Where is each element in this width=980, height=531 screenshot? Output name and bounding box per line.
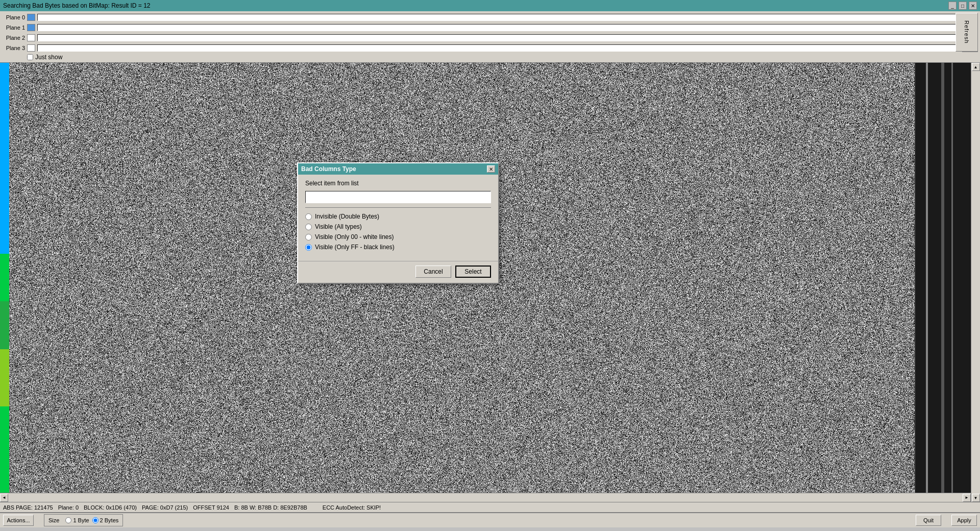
- plane-1-row: Plane 1 XOR: [2, 23, 978, 32]
- status-bytes: B: 8B W: B78B D: 8E92B78B: [234, 504, 307, 511]
- option-visible-00-row: Visible (Only 00 - white lines): [305, 233, 491, 240]
- just-show-row: Just show: [27, 54, 978, 61]
- size-1byte-label: 1 Byte: [73, 517, 89, 523]
- strip-green2: [0, 301, 9, 349]
- toolbar: Plane 0 XOR Plane 1 XOR Plane 2 XOR Plan…: [0, 11, 980, 63]
- status-plane: Plane: 0: [58, 504, 79, 511]
- plane-2-row: Plane 2 XOR: [2, 33, 978, 42]
- scroll-right-arrow[interactable]: ►: [963, 494, 971, 502]
- actions-button[interactable]: Actions...: [3, 515, 34, 526]
- plane-1-label: Plane 1: [2, 25, 25, 31]
- strip-green: [0, 254, 9, 301]
- size-2bytes-option: 2 Bytes: [92, 517, 119, 523]
- plane-3-color: [27, 44, 35, 52]
- just-show-checkbox[interactable]: [27, 54, 33, 60]
- left-color-strips: [0, 63, 9, 502]
- maximize-button[interactable]: □: [959, 2, 967, 10]
- apply-button[interactable]: Apply: [951, 515, 977, 526]
- size-1byte-radio[interactable]: [65, 517, 71, 523]
- option-visible-ff-row: Visible (Only FF - black lines): [305, 244, 491, 251]
- option-invisible-row: Invisible (Double Bytes): [305, 213, 491, 220]
- status-abs-page: ABS PAGE: 121475: [3, 504, 53, 511]
- plane-2-bar: [37, 34, 960, 41]
- plane-2-color: [27, 34, 35, 41]
- plane-1-color: [27, 24, 35, 31]
- plane-3-bar: [37, 44, 960, 52]
- strip-yellow-green: [0, 349, 9, 378]
- option-visible-ff-radio[interactable]: [305, 244, 312, 251]
- status-page: PAGE: 0xD7 (215): [142, 504, 188, 511]
- status-bar: ABS PAGE: 121475 Plane: 0 BLOCK: 0x1D6 (…: [0, 502, 980, 512]
- option-invisible-label: Invisible (Double Bytes): [315, 213, 379, 220]
- option-visible-all-row: Visible (All types): [305, 223, 491, 230]
- option-visible-00-radio[interactable]: [305, 234, 312, 240]
- dialog-titlebar: Bad Columns Type ✕: [298, 163, 498, 175]
- dialog-list-area: [305, 191, 491, 203]
- plane-3-label: Plane 3: [2, 45, 25, 51]
- right-dark-area: [915, 63, 971, 502]
- size-group: Size 1 Byte 2 Bytes: [44, 514, 123, 526]
- plane-0-label: Plane 0: [2, 14, 25, 20]
- just-show-label: Just show: [35, 54, 62, 61]
- title-controls: _ □ ✕: [948, 2, 977, 10]
- strip-green3: [0, 406, 9, 502]
- option-visible-all-label: Visible (All types): [315, 223, 362, 230]
- dark-column-1: [926, 63, 928, 502]
- plane-1-bar: [37, 24, 960, 31]
- close-button[interactable]: ✕: [969, 2, 977, 10]
- plane-0-color: [27, 14, 35, 21]
- bottom-bar: Actions... Size 1 Byte 2 Bytes Quit Appl…: [0, 512, 980, 527]
- option-visible-00-label: Visible (Only 00 - white lines): [315, 233, 394, 240]
- strip-yellow-green2: [0, 378, 9, 406]
- minimize-button[interactable]: _: [948, 2, 957, 10]
- strip-blue2: [0, 158, 9, 254]
- option-visible-ff-label: Visible (Only FF - black lines): [315, 244, 395, 251]
- scroll-left-arrow[interactable]: ◄: [0, 494, 8, 502]
- scroll-down-arrow[interactable]: ▼: [972, 494, 980, 502]
- cancel-button[interactable]: Cancel: [415, 266, 451, 278]
- bad-columns-dialog[interactable]: Bad Columns Type ✕ Select item from list…: [297, 162, 499, 284]
- status-offset: OFFSET 9124: [193, 504, 229, 511]
- dialog-instruction: Select item from list: [305, 180, 491, 187]
- refresh-button[interactable]: Refresh: [955, 13, 978, 52]
- option-visible-all-radio[interactable]: [305, 224, 312, 230]
- plane-3-row: Plane 3 XOR: [2, 43, 978, 53]
- dialog-separator: [305, 207, 491, 208]
- dialog-footer: Cancel Select: [298, 261, 498, 283]
- title-bar: Searching Bad Bytes based on BitMap: Res…: [0, 0, 980, 11]
- dark-column-3: [951, 63, 953, 502]
- strip-blue: [0, 63, 9, 158]
- window-title: Searching Bad Bytes based on BitMap: Res…: [3, 2, 151, 9]
- horizontal-scrollbar[interactable]: ◄ ►: [0, 493, 971, 502]
- dialog-body: Select item from list Invisible (Double …: [298, 175, 498, 259]
- dark-column-2: [941, 63, 944, 502]
- dialog-title: Bad Columns Type: [301, 165, 356, 173]
- select-button[interactable]: Select: [455, 266, 491, 278]
- dialog-close-button[interactable]: ✕: [487, 165, 495, 173]
- size-2bytes-label: 2 Bytes: [100, 517, 119, 523]
- plane-0-bar: [37, 14, 960, 21]
- plane-2-label: Plane 2: [2, 35, 25, 41]
- size-1byte-option: 1 Byte: [65, 517, 89, 523]
- status-ecc: ECC AutoDetect: SKIP!: [323, 504, 381, 511]
- quit-button[interactable]: Quit: [916, 515, 941, 526]
- size-label: Size: [48, 517, 59, 523]
- status-block: BLOCK: 0x1D6 (470): [84, 504, 137, 511]
- option-invisible-radio[interactable]: [305, 213, 312, 220]
- plane-0-row: Plane 0 XOR: [2, 13, 978, 22]
- size-2bytes-radio[interactable]: [92, 517, 99, 523]
- scroll-up-arrow[interactable]: ▲: [972, 63, 980, 71]
- vertical-scrollbar[interactable]: ▲ ▼: [971, 63, 980, 502]
